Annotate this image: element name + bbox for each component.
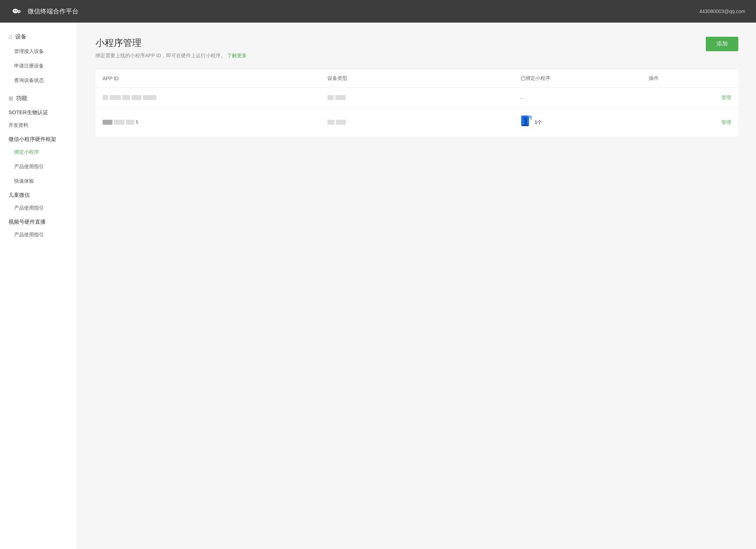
svg-rect-8 — [525, 119, 527, 125]
col-header-appid: APP ID — [95, 70, 320, 88]
home-icon: ⌂ — [8, 33, 12, 41]
sidebar: ⌂ 设备 管理接入设备 申请注册设备 查询设备状态 ⊞ 功能 SOTER生物认证… — [0, 23, 78, 549]
sidebar-item-child-wechat[interactable]: 儿童微信 — [0, 188, 77, 201]
cell-type-1 — [320, 88, 513, 108]
appid-blurred-1 — [103, 95, 156, 100]
blur-block — [126, 120, 134, 125]
header-left: 微信终端合作平台 — [11, 5, 78, 18]
bound-dash: – — [521, 95, 523, 101]
type-blurred-1 — [327, 95, 346, 100]
bound-app-wrapper: 1个 — [521, 116, 635, 130]
sidebar-item-register-device[interactable]: 申请注册设备 — [0, 59, 77, 73]
sidebar-item-dev-info[interactable]: 开发资料 — [0, 118, 77, 132]
page-header-text: 小程序管理 绑定需要上线的小程序APP ID，即可在硬件上运行小程序。 了解更多 — [95, 37, 247, 59]
blur-block — [103, 120, 112, 125]
blur-block — [132, 95, 141, 100]
sidebar-item-product-guide[interactable]: 产品使用指引 — [0, 159, 77, 174]
cell-bound-2: 1个 — [513, 108, 642, 137]
blur-block — [103, 95, 108, 100]
appid-blurred-2: 5 — [103, 119, 138, 125]
manage-link-2[interactable]: 管理 — [721, 119, 731, 125]
svg-point-3 — [16, 10, 17, 11]
sidebar-section-device: ⌂ 设备 管理接入设备 申请注册设备 查询设备状态 — [0, 30, 77, 88]
type-blurred-2 — [327, 120, 346, 125]
manage-link-1[interactable]: 管理 — [721, 95, 731, 100]
svg-rect-7 — [523, 118, 527, 119]
user-email: 443080003@qq.com — [699, 8, 745, 14]
miniapp-icon — [521, 116, 532, 130]
page-description: 绑定需要上线的小程序APP ID，即可在硬件上运行小程序。 了解更多 — [95, 53, 247, 59]
sidebar-item-soter[interactable]: SOTER生物认证 — [0, 106, 77, 118]
sidebar-item-miniapp-hw[interactable]: 微信小程序硬件框架 — [0, 132, 77, 145]
cell-appid-2: 5 — [95, 108, 320, 137]
blur-block — [335, 95, 346, 100]
sidebar-item-video-hw[interactable]: 视频号硬件直播 — [0, 215, 77, 228]
table-header: APP ID 设备类型 已绑定小程序 操作 — [95, 70, 738, 88]
blur-block — [110, 95, 121, 100]
main-layout: ⌂ 设备 管理接入设备 申请注册设备 查询设备状态 ⊞ 功能 SOTER生物认证… — [0, 23, 756, 549]
sidebar-section-function-title[interactable]: ⊞ 功能 — [0, 91, 77, 106]
sidebar-section-function: ⊞ 功能 SOTER生物认证 开发资料 微信小程序硬件框架 绑定小程序 产品使用… — [0, 91, 77, 242]
svg-point-5 — [19, 11, 20, 12]
bound-count: 1个 — [535, 119, 542, 126]
page-title: 小程序管理 — [95, 37, 247, 49]
svg-point-4 — [18, 11, 19, 12]
sidebar-item-video-guide[interactable]: 产品使用指引 — [0, 228, 77, 242]
blur-block — [122, 95, 130, 100]
sidebar-item-quick-exp[interactable]: 快速体验 — [0, 174, 77, 188]
table-row: 5 — [95, 108, 738, 137]
add-button[interactable]: 添加 — [706, 37, 738, 51]
cell-action-1: 管理 — [642, 88, 738, 108]
col-header-type: 设备类型 — [320, 70, 513, 88]
page-header: 小程序管理 绑定需要上线的小程序APP ID，即可在硬件上运行小程序。 了解更多… — [95, 37, 738, 59]
svg-rect-9 — [522, 125, 528, 126]
app-title: 微信终端合作平台 — [28, 7, 78, 16]
col-header-bound: 已绑定小程序 — [513, 70, 642, 88]
cell-type-2 — [320, 108, 513, 137]
blur-block — [336, 120, 346, 125]
table-row: – 管理 — [95, 88, 738, 108]
col-header-action: 操作 — [642, 70, 738, 88]
sidebar-item-child-guide[interactable]: 产品使用指引 — [0, 201, 77, 215]
table-body: – 管理 5 — [95, 88, 738, 137]
table-container: APP ID 设备类型 已绑定小程序 操作 — [95, 70, 738, 137]
grid-icon: ⊞ — [8, 95, 13, 102]
sidebar-section-device-title[interactable]: ⌂ 设备 — [0, 30, 77, 44]
blur-block — [327, 120, 335, 125]
sidebar-item-manage-device[interactable]: 管理接入设备 — [0, 44, 77, 59]
blur-block — [114, 120, 124, 125]
sidebar-item-query-device[interactable]: 查询设备状态 — [0, 73, 77, 88]
miniapp-table: APP ID 设备类型 已绑定小程序 操作 — [95, 70, 738, 137]
appid-suffix: 5 — [136, 119, 138, 125]
main-content: 小程序管理 绑定需要上线的小程序APP ID，即可在硬件上运行小程序。 了解更多… — [78, 23, 756, 549]
sidebar-item-bind-miniapp[interactable]: 绑定小程序 — [0, 145, 77, 159]
blur-block — [327, 95, 334, 100]
app-header: 微信终端合作平台 443080003@qq.com — [0, 0, 756, 23]
wechat-logo-icon — [11, 5, 23, 18]
learn-more-link[interactable]: 了解更多 — [227, 53, 247, 58]
cell-action-2: 管理 — [642, 108, 738, 137]
cell-appid-1 — [95, 88, 320, 108]
svg-point-2 — [14, 10, 15, 11]
cell-bound-1: – — [513, 88, 642, 108]
blur-block — [143, 95, 156, 100]
